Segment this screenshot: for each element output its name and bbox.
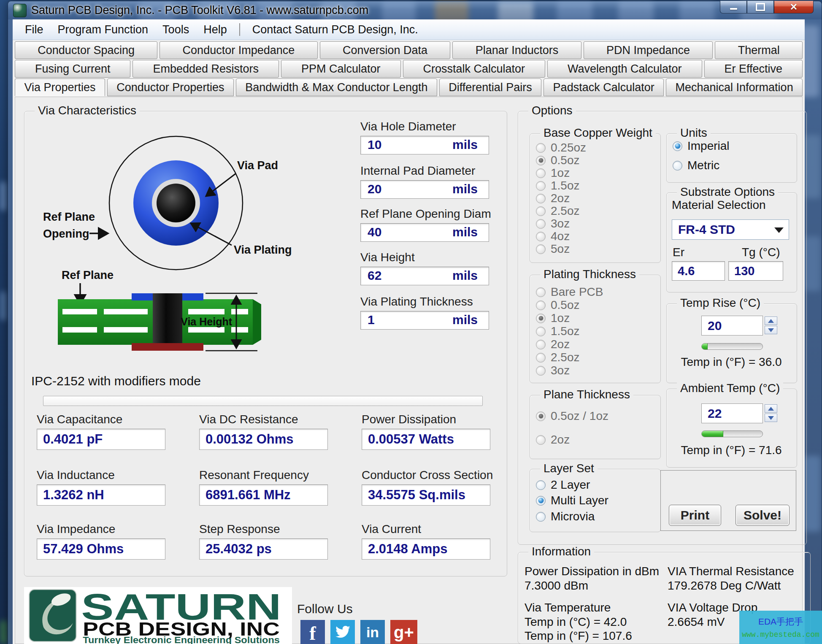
progress-bar [43, 396, 483, 406]
radio-metric[interactable]: Metric [673, 159, 719, 172]
group-title: Options [528, 104, 576, 117]
er-label: Er [673, 246, 684, 259]
radio-bcw-1oz: 1oz [536, 167, 570, 179]
follow-us-label: Follow Us [297, 602, 353, 616]
field-value: 20 [368, 182, 381, 196]
radio-bcw-3oz: 3oz [536, 217, 570, 230]
temp-rise-input[interactable]: 20 [701, 316, 763, 336]
radio-icon [536, 232, 546, 241]
field-ref-plane-opening-diam: Ref Plane Opening Diam 40 mils [360, 207, 489, 242]
via-properties-page: Via Characteristics [15, 97, 803, 644]
result-label: Power Dissipation [362, 413, 490, 428]
radio-plane-2oz: 2oz [536, 433, 570, 446]
tab-crosstalk-calculator[interactable]: Crosstalk Calculator [403, 60, 545, 78]
tg-label: Tg (°C) [742, 246, 780, 259]
facebook-icon[interactable]: f [300, 620, 325, 644]
tg-input[interactable]: 130 [728, 261, 783, 281]
group-layer-set: Layer Set 2 Layer Multi Layer Microvia [530, 469, 661, 532]
desktop-icon-blur [0, 181, 7, 211]
result-via-capacitance: Via Capacitance 0.4021 pF [37, 413, 165, 450]
ambient-temp-slider[interactable] [701, 430, 763, 437]
via-hole-diameter-input[interactable]: 10 mils [360, 136, 489, 154]
field-via-hole-diameter: Via Hole Diameter 10 mils [360, 120, 489, 154]
radio-bcw-4oz: 4oz [536, 230, 570, 243]
window-title: Saturn PCB Design, Inc. - PCB Toolkit V6… [31, 4, 368, 17]
er-input[interactable]: 4.6 [672, 261, 725, 281]
tab-fusing-current[interactable]: Fusing Current [15, 60, 130, 78]
tab-planar-inductors[interactable]: Planar Inductors [452, 41, 581, 59]
field-value: 62 [368, 268, 381, 283]
result-via-inductance: Via Inductance 1.3262 nH [37, 468, 165, 506]
group-base-copper-weight: Base Copper Weight 0.25oz 0.5oz 1oz 1.5o… [530, 133, 661, 263]
radio-multi-layer[interactable]: Multi Layer [536, 494, 608, 507]
menu-program-function[interactable]: Program Function [51, 23, 156, 36]
tab-row-3: Via Properties Conductor Properties Band… [15, 78, 803, 96]
minimize-button[interactable] [720, 1, 747, 14]
tab-ppm-calculator[interactable]: PPM Calculator [281, 60, 400, 78]
linkedin-icon[interactable]: in [360, 620, 385, 644]
tab-conductor-properties[interactable]: Conductor Properties [107, 78, 234, 96]
maximize-icon [756, 3, 765, 11]
tab-conductor-impedance[interactable]: Conductor Impedance [160, 41, 317, 59]
title-bar[interactable]: Saturn PCB Design, Inc. - PCB Toolkit V6… [8, 1, 822, 19]
radio-2-layer[interactable]: 2 Layer [536, 479, 590, 491]
minimize-icon [730, 8, 737, 10]
radio-icon [536, 340, 546, 349]
result-label: Conductor Cross Section [362, 468, 490, 484]
menu-separator [239, 23, 240, 36]
radio-icon-selected [536, 156, 546, 165]
result-label: Via Inductance [37, 468, 165, 484]
tab-er-effective[interactable]: Er Effective [704, 60, 803, 78]
group-title: Plating Thickness [540, 268, 639, 281]
tab-wavelength-calculator[interactable]: Wavelength Calculator [547, 60, 702, 78]
ref-plane-opening-diam-input[interactable]: 40 mils [360, 223, 489, 242]
menu-help[interactable]: Help [196, 23, 234, 36]
tab-mechanical-information[interactable]: Mechanical Information [666, 78, 803, 96]
tab-conductor-spacing[interactable]: Conductor Spacing [15, 41, 157, 59]
ambient-temp-spin-down[interactable] [765, 414, 777, 422]
maximize-button[interactable] [747, 1, 774, 14]
ambient-temp-spin-up[interactable] [765, 404, 777, 413]
print-button[interactable]: Print [669, 505, 721, 526]
radio-microvia[interactable]: Microvia [536, 510, 595, 523]
temp-rise-spin-down[interactable] [765, 326, 777, 334]
temp-rise-slider[interactable] [701, 343, 763, 350]
social-links: f in g+ [300, 620, 417, 644]
tab-via-properties[interactable]: Via Properties [15, 78, 105, 96]
via-diagram: Via Pad Ref Plane Opening Via Plating Re… [26, 127, 300, 353]
window-border-right [804, 19, 822, 644]
tab-differential-pairs[interactable]: Differential Pairs [439, 78, 541, 96]
radio-imperial[interactable]: Imperial [673, 140, 730, 152]
radio-bcw-2oz: 2oz [536, 192, 570, 205]
tab-conversion-data[interactable]: Conversion Data [320, 41, 451, 59]
tab-pdn-impedance[interactable]: PDN Impedance [584, 41, 713, 59]
client-area: File Program Function Tools Help Contact… [13, 19, 805, 644]
tab-bandwidth-max-conductor-length[interactable]: Bandwidth & Max Conductor Length [236, 78, 437, 96]
result-label: Via DC Resistance [199, 413, 328, 428]
tab-padstack-calculator[interactable]: Padstack Calculator [543, 78, 664, 96]
menu-file[interactable]: File [18, 23, 51, 36]
group-plane-thickness: Plane Thickness 0.5oz / 1oz 2oz [530, 395, 661, 459]
menu-tools[interactable]: Tools [155, 23, 196, 36]
radio-icon-selected [536, 314, 546, 323]
ambient-temp-input[interactable]: 22 [701, 403, 763, 423]
close-button[interactable]: ✕ [774, 1, 814, 14]
tab-embedded-resistors[interactable]: Embedded Resistors [132, 60, 279, 78]
temp-rise-spin-up[interactable] [765, 317, 777, 325]
internal-pad-diameter-input[interactable]: 20 mils [360, 180, 489, 199]
result-value: 34.5575 Sq.mils [362, 484, 490, 506]
via-plating-thickness-input[interactable]: 1 mils [360, 311, 489, 330]
group-title: Ambient Temp (°C) [677, 382, 783, 395]
twitter-icon[interactable] [330, 620, 355, 644]
saturn-logo: SATURN PCB DESIGN, INC Turnkey Electroni… [24, 587, 292, 644]
solve-button[interactable]: Solve! [735, 505, 790, 526]
radio-plating-2.5oz: 2.5oz [536, 351, 580, 364]
radio-icon-selected [536, 411, 546, 421]
radio-plane-0.5oz-1oz: 0.5oz / 1oz [536, 410, 608, 422]
field-internal-pad-diameter: Internal Pad Diameter 20 mils [360, 164, 489, 199]
tab-thermal[interactable]: Thermal [715, 41, 803, 59]
google-plus-icon[interactable]: g+ [390, 620, 417, 644]
material-selection-dropdown[interactable]: FR-4 STD [672, 219, 789, 240]
via-height-input[interactable]: 62 mils [360, 267, 489, 285]
menu-contact[interactable]: Contact Saturn PCB Design, Inc. [245, 23, 425, 36]
